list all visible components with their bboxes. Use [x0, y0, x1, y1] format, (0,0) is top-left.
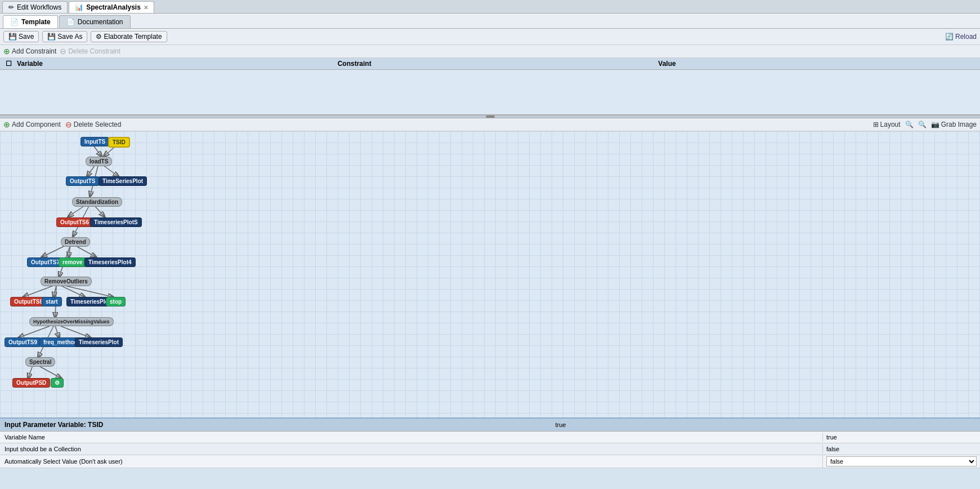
- window-tab-spectralanalysis-label: SpectralAnalysis: [86, 3, 141, 11]
- reload-icon: 🔄: [945, 33, 954, 41]
- close-spectralanalysis-icon[interactable]: ✕: [144, 5, 148, 11]
- node-start[interactable]: start: [42, 297, 62, 306]
- auto-select-dropdown[interactable]: false true: [826, 456, 977, 466]
- canvas-toolbar-right: ⊞ Layout 🔍 🔍 📷 Grab Image: [873, 121, 977, 128]
- reload-button[interactable]: 🔄 Reload: [945, 33, 977, 41]
- node-loadTS[interactable]: loadTS: [86, 157, 112, 166]
- save-as-label: Save As: [57, 33, 82, 41]
- value-col-header: Value: [656, 60, 977, 68]
- constraint-col-header: Constraint: [335, 60, 656, 68]
- node-green-output[interactable]: ⚙: [51, 378, 64, 388]
- tab-documentation[interactable]: 📄 Documentation: [59, 15, 131, 28]
- divider-handle[interactable]: [486, 115, 495, 118]
- delete-selected-button[interactable]: ⊖ Delete Selected: [65, 121, 122, 128]
- node-timeseriesPlot2[interactable]: TimeseriesPlot: [75, 337, 123, 347]
- delete-constraint-label: Delete Constraint: [68, 47, 120, 55]
- tsid-value: true: [555, 421, 566, 428]
- row-collection: Input should be a Collection false: [0, 443, 980, 455]
- variable-name-value: true: [822, 433, 980, 442]
- collection-label: Input should be a Collection: [0, 443, 822, 455]
- grab-image-label: Grab Image: [941, 121, 977, 128]
- save-icon: 💾: [8, 33, 17, 41]
- node-spectral[interactable]: Spectral: [25, 357, 55, 367]
- row-auto-select: Automatically Select Value (Don't ask us…: [0, 455, 980, 468]
- spectralanalysis-icon: 📊: [75, 3, 83, 11]
- svg-line-21: [28, 366, 33, 378]
- elaborate-template-button[interactable]: ⚙ Elaborate Template: [91, 31, 167, 42]
- svg-line-17: [19, 326, 50, 337]
- node-outputPSD[interactable]: OutputPSD: [12, 378, 50, 388]
- svg-line-18: [55, 326, 59, 337]
- save-as-button[interactable]: 💾 Save As: [42, 31, 87, 42]
- node-outputTS[interactable]: OutputTS: [66, 176, 100, 186]
- delete-selected-icon: ⊖: [65, 121, 72, 128]
- constraints-table-body: [0, 70, 980, 115]
- grab-image-button[interactable]: 📷 Grab Image: [931, 121, 977, 128]
- node-removeOutliers[interactable]: RemoveOutliers: [41, 277, 92, 286]
- variable-name-label: Variable Name: [0, 432, 822, 443]
- row-variable-name: Variable Name true: [0, 432, 980, 443]
- elaborate-label: Elaborate Template: [104, 33, 162, 41]
- constraints-table-header: ☐ Variable Constraint Value: [0, 58, 980, 70]
- window-tab-editworkflows[interactable]: ✏ Edit Workflows: [2, 1, 68, 13]
- node-timeSeriesPlot[interactable]: TimeSeriesPlot: [99, 176, 147, 186]
- zoom-out-icon: 🔍: [918, 121, 927, 128]
- svg-line-14: [61, 286, 84, 297]
- auto-select-value[interactable]: false true: [822, 455, 980, 468]
- variable-col-header: Variable: [15, 60, 335, 68]
- auto-select-label: Automatically Select Value (Don't ask us…: [0, 456, 822, 467]
- window-tab-spectralanalysis[interactable]: 📊 SpectralAnalysis ✕: [69, 1, 154, 13]
- node-timeseriesPlot4[interactable]: TimeseriesPlot4: [84, 257, 136, 267]
- node-detrend[interactable]: Detrend: [61, 237, 90, 247]
- svg-line-19: [61, 326, 90, 337]
- node-outputTS6[interactable]: OutputTS6: [56, 217, 93, 227]
- svg-line-22: [38, 366, 61, 378]
- bottom-panel-title: Input Parameter Variable: TSID: [5, 421, 103, 429]
- tab-documentation-label: Documentation: [78, 18, 123, 26]
- save-button[interactable]: 💾 Save: [3, 31, 39, 42]
- node-inputTS[interactable]: InputTS: [80, 137, 109, 146]
- node-remove[interactable]: remove: [59, 257, 87, 267]
- add-component-label: Add Component: [12, 121, 61, 128]
- save-as-icon: 💾: [47, 33, 56, 41]
- layout-button[interactable]: ⊞ Layout: [873, 121, 901, 128]
- svg-line-13: [53, 286, 56, 297]
- delete-constraint-button[interactable]: ⊖ Delete Constraint: [60, 47, 120, 55]
- zoom-out-button[interactable]: 🔍: [918, 121, 927, 128]
- tab-template[interactable]: 📄 Template: [3, 15, 58, 28]
- add-constraint-label: Add Constraint: [12, 47, 56, 55]
- content-tabs-bar: 📄 Template 📄 Documentation: [0, 14, 980, 29]
- documentation-tab-icon: 📄: [66, 18, 75, 26]
- bottom-panel-header: Input Parameter Variable: TSID true: [0, 419, 980, 432]
- checkbox-col-header: ☐: [3, 60, 15, 68]
- layout-icon: ⊞: [873, 121, 879, 128]
- grab-image-icon: 📷: [931, 121, 939, 128]
- window-tab-editworkflows-label: Edit Workflows: [17, 3, 61, 11]
- reload-label: Reload: [955, 33, 977, 41]
- svg-line-12: [24, 286, 53, 297]
- template-tab-icon: 📄: [10, 18, 19, 26]
- canvas-toolbar: ⊕ Add Component ⊖ Delete Selected ⊞ Layo…: [0, 118, 980, 131]
- workflow-canvas[interactable]: InputTS TSID loadTS OutputTS TimeSeriesP…: [0, 131, 980, 417]
- constraint-bar: ⊕ Add Constraint ⊖ Delete Constraint: [0, 45, 980, 58]
- workflow-edges-svg: [0, 131, 980, 417]
- node-standardization[interactable]: Standardization: [72, 197, 122, 207]
- node-stop[interactable]: stop: [106, 297, 126, 306]
- node-TSID[interactable]: TSID: [108, 137, 130, 148]
- svg-line-15: [65, 286, 113, 297]
- add-component-button[interactable]: ⊕ Add Component: [3, 121, 61, 128]
- layout-label: Layout: [880, 121, 901, 128]
- node-timeseriesPlotS[interactable]: TimeseriesPlotS: [90, 217, 142, 227]
- delete-selected-label: Delete Selected: [74, 121, 122, 128]
- zoom-in-button[interactable]: 🔍: [905, 121, 914, 128]
- add-constraint-icon: ⊕: [3, 47, 10, 55]
- tab-template-label: Template: [21, 18, 51, 26]
- svg-line-0: [93, 145, 101, 156]
- delete-constraint-icon: ⊖: [60, 47, 66, 55]
- node-outputTS9[interactable]: OutputTS9: [5, 337, 41, 347]
- add-constraint-button[interactable]: ⊕ Add Constraint: [3, 47, 56, 55]
- svg-line-10: [74, 245, 96, 257]
- edit-workflows-icon: ✏: [8, 3, 14, 11]
- elaborate-icon: ⚙: [96, 33, 102, 41]
- node-hypothesize[interactable]: HypothesizeOverMissingValues: [29, 317, 114, 326]
